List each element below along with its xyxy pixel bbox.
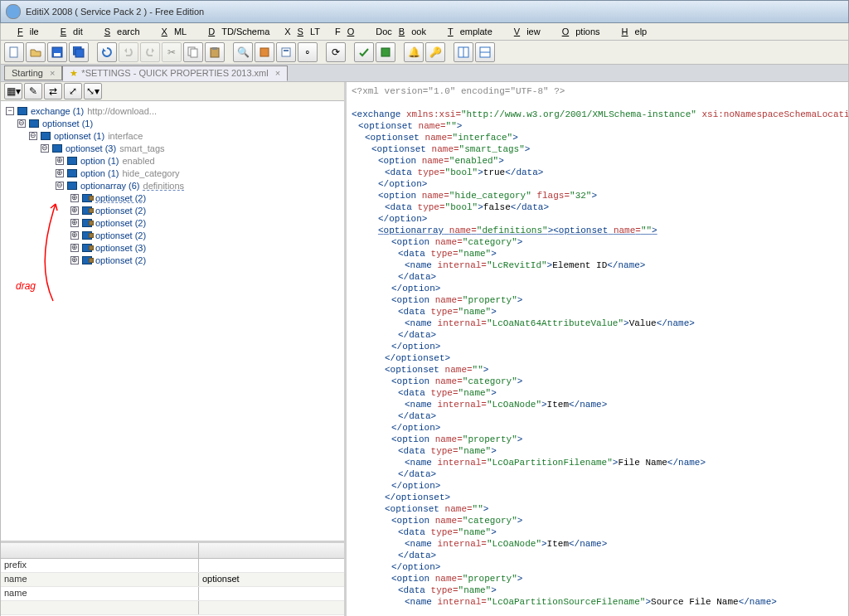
tree-node-optionarray[interactable]: ⊖optionarray (6)definitions bbox=[6, 179, 339, 192]
tree-node-optionset-child[interactable]: ⊕optionset (2) bbox=[6, 254, 339, 266]
tree-node-optionset-child[interactable]: ⊕optionset (2) bbox=[6, 229, 339, 241]
tree-node-optionset-smarttags[interactable]: ⊖optionset (3)smart_tags bbox=[6, 142, 339, 154]
tab-starting-label: Starting bbox=[12, 68, 43, 78]
element-icon bbox=[67, 157, 77, 165]
attribute-grid[interactable]: prefix nameoptionset name bbox=[1, 541, 344, 616]
close-icon[interactable]: × bbox=[50, 68, 55, 78]
expand-icon[interactable]: ⊕ bbox=[70, 231, 79, 240]
tree-node-option-hidecat[interactable]: ⊕option (1)hide_category bbox=[6, 167, 339, 179]
tree-node-optionset-child[interactable]: ⊕optionset (3) bbox=[6, 241, 339, 254]
save-button[interactable] bbox=[47, 42, 67, 62]
menu-view[interactable]: View bbox=[501, 25, 547, 38]
expand-icon[interactable]: ⊕ bbox=[70, 219, 79, 227]
svg-rect-0 bbox=[10, 47, 17, 57]
grid-col-2 bbox=[199, 543, 344, 558]
element-icon bbox=[82, 206, 92, 215]
menu-xml[interactable]: XML bbox=[148, 25, 194, 38]
app-icon bbox=[6, 4, 21, 19]
close-icon[interactable]: × bbox=[275, 68, 280, 78]
tree-edit-button[interactable]: ✎ bbox=[24, 83, 42, 99]
tree-button[interactable]: ∘ bbox=[298, 42, 318, 62]
tree-sync-button[interactable]: ⇄ bbox=[44, 83, 62, 99]
svg-rect-4 bbox=[75, 49, 84, 57]
split-h-button[interactable] bbox=[454, 42, 473, 62]
collapse-icon[interactable]: ⊖ bbox=[29, 132, 37, 140]
tree-node-option-enabled[interactable]: ⊕option (1)enabled bbox=[6, 154, 339, 167]
element-icon bbox=[82, 219, 92, 227]
save-all-button[interactable] bbox=[69, 42, 89, 62]
tree-node-exchange[interactable]: −exchange (1)http://download... bbox=[6, 104, 339, 117]
open-button[interactable] bbox=[26, 42, 46, 62]
expand-icon[interactable]: ⊕ bbox=[56, 169, 64, 177]
cut-button[interactable]: ✂ bbox=[162, 42, 182, 62]
tree-collapse-button[interactable]: ⤡▾ bbox=[84, 83, 102, 99]
split-v-button[interactable] bbox=[475, 42, 495, 62]
menu-template[interactable]: Template bbox=[434, 25, 499, 38]
collapse-icon[interactable]: − bbox=[6, 107, 14, 115]
new-document-button[interactable] bbox=[4, 42, 24, 62]
tree-toolbar: ▦▾ ✎ ⇄ ⤢ ⤡▾ bbox=[1, 82, 344, 101]
undo-button[interactable] bbox=[119, 42, 138, 62]
grid-cell[interactable] bbox=[199, 601, 344, 614]
menu-fo[interactable]: FO bbox=[328, 25, 367, 38]
transform-button[interactable]: ⟳ bbox=[326, 42, 346, 62]
expand-icon[interactable]: ⊕ bbox=[56, 157, 64, 165]
collapse-icon[interactable]: ⊖ bbox=[41, 144, 49, 153]
redo-button[interactable] bbox=[140, 42, 160, 62]
menu-dtd[interactable]: DTD/Schema bbox=[195, 25, 276, 38]
grid-cell[interactable]: name bbox=[1, 573, 199, 586]
xml-tree[interactable]: drag −exchange (1)http://download... ⊖op… bbox=[1, 101, 344, 541]
star-icon: ★ bbox=[70, 68, 78, 79]
run-button[interactable] bbox=[376, 42, 395, 62]
tree-expand-button[interactable]: ⤢ bbox=[64, 83, 82, 99]
tree-node-optionset-interface[interactable]: ⊖optionset (1)interface bbox=[6, 129, 339, 142]
expand-icon[interactable]: ⊕ bbox=[70, 194, 79, 202]
grid-cell[interactable] bbox=[199, 587, 344, 600]
tree-node-optionset-child[interactable]: ⊕optionset (2) bbox=[6, 192, 339, 204]
workarea: ▦▾ ✎ ⇄ ⤢ ⤡▾ drag −exchange (1)http://dow… bbox=[0, 82, 849, 616]
menu-options[interactable]: Options bbox=[549, 25, 607, 38]
tab-bar: Starting× ★*SETTINGS - QUICK PROPERTIES … bbox=[0, 65, 849, 82]
tree-new-node-button[interactable]: ▦▾ bbox=[4, 83, 22, 99]
menu-help[interactable]: Help bbox=[609, 25, 654, 38]
bookmark-button[interactable] bbox=[255, 42, 274, 62]
collapse-icon[interactable]: ⊖ bbox=[17, 119, 26, 128]
element-icon bbox=[67, 182, 77, 190]
tab-file-label: *SETTINGS - QUICK PROPERTIES 2013.xml bbox=[81, 68, 268, 78]
paste-button[interactable] bbox=[205, 42, 225, 62]
tab-settings-file[interactable]: ★*SETTINGS - QUICK PROPERTIES 2013.xml× bbox=[62, 65, 288, 81]
tree-node-optionset-child[interactable]: ⊕optionset (2) bbox=[6, 204, 339, 216]
menu-search[interactable]: Search bbox=[91, 25, 147, 38]
tab-starting[interactable]: Starting× bbox=[4, 65, 62, 80]
drag-label: drag bbox=[16, 280, 36, 292]
collapse-icon[interactable]: ⊖ bbox=[56, 182, 64, 190]
element-icon bbox=[52, 144, 62, 153]
left-pane: ▦▾ ✎ ⇄ ⤢ ⤡▾ drag −exchange (1)http://dow… bbox=[1, 82, 347, 616]
help-button[interactable]: 🔔 bbox=[404, 42, 424, 62]
expand-icon[interactable]: ⊕ bbox=[70, 256, 79, 264]
xml-source-editor[interactable]: <?xml version="1.0" encoding="UTF-8" ?> … bbox=[347, 82, 848, 616]
grid-cell[interactable] bbox=[199, 559, 344, 572]
element-icon bbox=[82, 244, 92, 252]
svg-rect-9 bbox=[260, 48, 269, 56]
svg-rect-10 bbox=[282, 48, 290, 56]
copy-button[interactable] bbox=[183, 42, 203, 62]
info-button[interactable]: 🔑 bbox=[425, 42, 445, 62]
menu-xslt[interactable]: XSLT bbox=[278, 25, 327, 38]
grid-cell[interactable]: optionset bbox=[199, 573, 344, 586]
expand-icon[interactable]: ⊕ bbox=[70, 206, 79, 215]
grid-cell[interactable] bbox=[1, 601, 199, 614]
grid-cell[interactable]: prefix bbox=[1, 559, 199, 572]
refresh-button[interactable] bbox=[97, 42, 117, 62]
schema-button[interactable] bbox=[276, 42, 296, 62]
grid-cell[interactable]: name bbox=[1, 587, 199, 600]
menu-edit[interactable]: Edit bbox=[47, 25, 90, 38]
validate-button[interactable] bbox=[354, 42, 374, 62]
grid-header bbox=[1, 543, 344, 559]
expand-icon[interactable]: ⊕ bbox=[70, 244, 79, 252]
tree-node-optionset-child[interactable]: ⊕optionset (2) bbox=[6, 216, 339, 229]
tree-node-optionset-root[interactable]: ⊖optionset (1) bbox=[6, 117, 339, 129]
find-button[interactable]: 🔍 bbox=[233, 42, 253, 62]
menu-docbook[interactable]: DocBook bbox=[369, 25, 433, 38]
menu-file[interactable]: File bbox=[4, 25, 46, 38]
